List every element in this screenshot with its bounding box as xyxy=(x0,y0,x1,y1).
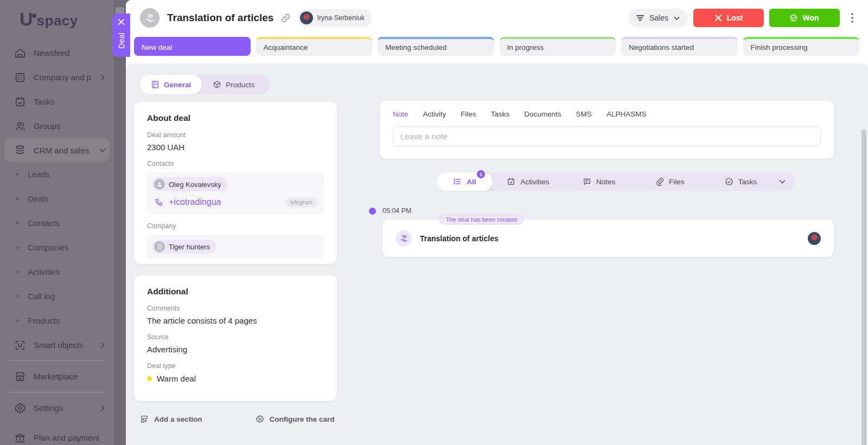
marketplace-icon xyxy=(14,371,26,383)
link-icon[interactable] xyxy=(281,14,290,23)
sidebar-item-smart-objects[interactable]: Smart objects xyxy=(0,333,114,357)
tab-general[interactable]: General xyxy=(140,75,202,94)
card-heading: About deal xyxy=(147,113,324,123)
bullet-icon xyxy=(16,270,19,273)
stage-acquaintance[interactable]: Acquaintance xyxy=(256,37,373,56)
sidebar-subitem-activities[interactable]: Activities xyxy=(0,260,114,284)
sidebar-subitem-call-log[interactable]: Call log xyxy=(0,284,114,308)
field-label: Deal amount xyxy=(147,131,324,139)
composer-tab-files[interactable]: Files xyxy=(461,110,476,118)
deal-event-icon xyxy=(395,230,412,247)
sidebar-subitem-companies[interactable]: Companies xyxy=(0,235,114,260)
composer-tab-alphasms[interactable]: ALPHASMS xyxy=(607,110,647,118)
tab-products[interactable]: Products xyxy=(202,75,265,94)
composer-tab-note[interactable]: Note xyxy=(393,110,409,118)
add-section-button[interactable]: Add a section xyxy=(140,415,202,423)
more-menu-icon[interactable] xyxy=(847,12,857,24)
sidebar-item-settings[interactable]: Settings xyxy=(0,396,114,420)
composer-tab-sms[interactable]: SMS xyxy=(576,110,592,118)
sidebar-item-newsfeed[interactable]: Newsfeed xyxy=(0,41,114,65)
filter-tasks[interactable]: Tasks xyxy=(705,172,776,191)
vertical-scrollbar[interactable] xyxy=(861,130,866,445)
pipeline-stages: New deal Acquaintance Meeting scheduled … xyxy=(126,33,868,56)
funnel-label: Sales xyxy=(649,14,668,22)
bullet-icon xyxy=(16,295,19,298)
products-icon xyxy=(213,80,221,89)
bullet-icon xyxy=(16,173,19,176)
subitem-label: Activities xyxy=(28,267,60,276)
filter-all[interactable]: All 1 xyxy=(437,172,493,191)
event-title: Translation of articles xyxy=(420,234,499,243)
composer-tab-documents[interactable]: Documents xyxy=(524,110,561,118)
owner-name: Iryna Serbeniuk xyxy=(317,14,365,22)
owner-chip[interactable]: Iryna Serbeniuk xyxy=(298,9,372,27)
filter-notes[interactable]: Notes xyxy=(564,172,635,191)
filter-files[interactable]: Files xyxy=(635,172,706,191)
stage-label: In progress xyxy=(507,43,544,51)
card-tabs: General Products xyxy=(140,75,270,94)
stage-meeting-scheduled[interactable]: Meeting scheduled xyxy=(378,37,494,56)
smart-objects-icon xyxy=(14,339,26,351)
sidebar-subitem-deals[interactable]: Deals xyxy=(0,186,114,211)
deal-slideover-tab[interactable]: Deal xyxy=(112,14,130,57)
sidebar-item-groups[interactable]: Groups xyxy=(0,114,114,138)
logo-text: spacy xyxy=(37,12,78,29)
sidebar-subitem-contacts[interactable]: Contacts xyxy=(0,211,114,235)
composer-tab-tasks[interactable]: Tasks xyxy=(491,110,510,118)
sidebar: U spacy Newsfeed Company and pe... Tasks… xyxy=(0,0,114,445)
groups-icon xyxy=(14,120,26,132)
sidebar-subitem-products[interactable]: Products xyxy=(0,308,114,333)
sidebar-item-tasks[interactable]: Tasks xyxy=(0,89,114,114)
stage-finish-processing[interactable]: Finish processing xyxy=(743,37,860,56)
close-icon[interactable] xyxy=(118,18,125,25)
sidebar-item-label: Settings xyxy=(34,403,91,412)
note-input[interactable] xyxy=(393,126,821,146)
divider xyxy=(9,360,105,361)
sidebar-item-plan-and-payment[interactable]: Plan and payment xyxy=(0,425,114,445)
stage-in-progress[interactable]: In progress xyxy=(500,37,616,56)
deal-content: General Products About deal Deal amount … xyxy=(126,63,868,445)
filter-label: Activities xyxy=(520,178,549,186)
stage-new-deal[interactable]: New deal xyxy=(134,37,251,56)
page-title: Translation of articles xyxy=(167,12,273,24)
chevron-down-icon[interactable] xyxy=(778,178,786,185)
contacts-box: Oleg Kovalevsky +icotradingua telegram xyxy=(147,172,324,214)
configure-card-button[interactable]: Configure the card xyxy=(256,415,335,423)
subitem-label: Call log xyxy=(28,292,55,301)
chevron-right-icon xyxy=(99,404,106,412)
subitem-label: Deals xyxy=(28,194,48,203)
sidebar-item-company-and-people[interactable]: Company and pe... xyxy=(0,65,114,89)
composer-tab-activity[interactable]: Activity xyxy=(423,110,446,118)
deal-avatar-icon xyxy=(140,8,159,28)
comments-value[interactable]: The article consists of 4 pages xyxy=(147,316,324,325)
stage-negotiations-started[interactable]: Negotiations started xyxy=(621,37,738,56)
source-value[interactable]: Advertising xyxy=(147,345,324,354)
feed-filter-bar: All 1 Activities Notes Files Tasks xyxy=(437,172,795,191)
company-chip[interactable]: Tiger hunters xyxy=(152,240,216,254)
lost-button[interactable]: Lost xyxy=(693,9,764,27)
field-label: Contacts xyxy=(147,160,324,167)
sidebar-item-marketplace[interactable]: Marketplace xyxy=(0,364,114,389)
filter-activities[interactable]: Activities xyxy=(493,172,564,191)
gear-icon xyxy=(256,415,264,423)
check-circle-icon xyxy=(790,14,797,22)
won-button[interactable]: Won xyxy=(769,9,840,27)
chevron-right-icon xyxy=(99,74,106,81)
crm-icon xyxy=(14,144,26,156)
sidebar-subitem-leads[interactable]: Leads xyxy=(0,162,114,186)
action-label: Add a section xyxy=(154,415,202,423)
sidebar-item-label: Marketplace xyxy=(34,372,106,381)
general-icon xyxy=(151,80,159,89)
owner-avatar xyxy=(300,11,313,24)
deal-amount-value[interactable]: 2300 UAH xyxy=(147,143,324,152)
sidebar-item-crm-and-sales[interactable]: CRM and sales xyxy=(4,138,110,162)
phone-link[interactable]: +icotradingua xyxy=(169,197,221,207)
contact-name: Oleg Kovalevsky xyxy=(169,180,221,189)
add-section-icon xyxy=(140,415,149,423)
deal-type-value[interactable]: Warm deal xyxy=(157,374,196,383)
funnel-select[interactable]: Sales xyxy=(628,9,688,27)
uspacy-logo[interactable]: U spacy xyxy=(0,0,114,30)
timeline-event-card[interactable]: The deal has been created Translation of… xyxy=(382,220,834,257)
subitem-label: Products xyxy=(28,316,60,325)
contact-chip[interactable]: Oleg Kovalevsky xyxy=(152,177,228,191)
